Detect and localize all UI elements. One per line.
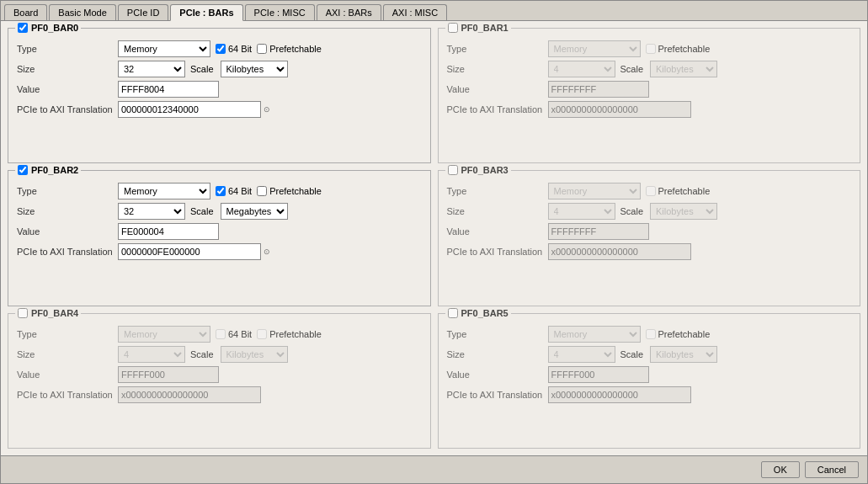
bar0-spin-icon[interactable]: ⊙	[264, 105, 270, 114]
bar3-size-controls: 4 Scale Kilobytes	[548, 203, 852, 220]
content-area: PF0_BAR0 Type Memory 64 Bit	[1, 21, 867, 455]
bar1-prefetchable-label: Prefetchable	[646, 44, 711, 54]
bar2-enable-checkbox[interactable]	[18, 165, 28, 175]
bar3-translation-row: PCIe to AXI Translation	[447, 243, 852, 260]
bar2-type-select[interactable]: Memory	[118, 183, 210, 199]
bar0-prefetchable-checkbox[interactable]	[257, 44, 267, 54]
bar3-translation-input[interactable]	[548, 243, 691, 260]
bar1-type-row: Type Memory Prefetchable	[447, 40, 852, 57]
bar1-translation-row: PCIe to AXI Translation	[447, 101, 852, 118]
bottom-bar: OK Cancel	[1, 455, 867, 483]
bar2-prefetchable-checkbox[interactable]	[257, 186, 267, 196]
bar5-translation-input[interactable]	[548, 386, 691, 403]
tab-pcie-id[interactable]: PCIe ID	[118, 4, 169, 20]
bar1-size-select[interactable]: 4	[548, 61, 615, 77]
bar0-scale-select[interactable]: Kilobytes Megabytes	[221, 61, 288, 77]
bar3-prefetchable-label: Prefetchable	[646, 186, 711, 196]
bar4-translation-label: PCIe to AXI Translation	[17, 390, 118, 400]
bar4-size-row: Size 4 Scale Kilobytes	[17, 346, 422, 363]
bar1-scale-select[interactable]: Kilobytes	[650, 61, 717, 77]
bar2-value-input[interactable]	[118, 223, 219, 240]
bar0-enable-checkbox[interactable]	[18, 23, 28, 33]
tab-pcie-bars[interactable]: PCIe : BARs	[170, 4, 242, 21]
bar2-size-select[interactable]: 32	[118, 203, 185, 220]
bar0-size-label: Size	[17, 64, 118, 74]
bar5-enable-checkbox[interactable]	[448, 308, 458, 318]
bar2-size-row: Size 32 Scale Megabytes Kilobytes	[17, 203, 422, 220]
bar1-legend: PF0_BAR1	[445, 23, 511, 33]
bar4-translation-input[interactable]	[118, 386, 261, 403]
bar0-value-row: Value	[17, 81, 422, 98]
bar4-scale-select[interactable]: Kilobytes	[221, 346, 288, 363]
bar2-translation-row: PCIe to AXI Translation ⊙	[17, 243, 422, 260]
bar4-type-select[interactable]: Memory	[118, 326, 210, 343]
bar1-prefetchable-checkbox[interactable]	[646, 44, 656, 54]
bar5-prefetchable-checkbox[interactable]	[646, 329, 656, 339]
bar0-64bit-checkbox[interactable]	[216, 44, 226, 54]
bar3-type-select[interactable]: Memory	[548, 183, 641, 199]
bar3-scale-select[interactable]: Kilobytes	[650, 203, 717, 220]
bar0-panel: PF0_BAR0 Type Memory 64 Bit	[8, 28, 431, 163]
bar4-prefetchable-checkbox[interactable]	[257, 329, 267, 339]
bar3-scale-label: Scale	[620, 206, 644, 216]
bar3-enable-checkbox[interactable]	[448, 165, 458, 175]
bar1-value-input[interactable]	[548, 81, 649, 98]
bar2-prefetchable-label: Prefetchable	[257, 186, 322, 196]
bar1-enable-checkbox[interactable]	[448, 23, 458, 33]
bar0-translation-row: PCIe to AXI Translation ⊙	[17, 101, 422, 118]
bar1-translation-input[interactable]	[548, 101, 691, 118]
bar0-legend: PF0_BAR0	[15, 23, 81, 33]
bar5-translation-row: PCIe to AXI Translation	[447, 386, 852, 403]
bar4-64bit-checkbox[interactable]	[216, 329, 226, 339]
bar3-value-input[interactable]	[548, 223, 649, 240]
bar1-value-row: Value	[447, 81, 852, 98]
bar2-spin-icon[interactable]: ⊙	[264, 247, 270, 256]
bar2-value-row: Value	[17, 223, 422, 240]
bar0-value-input[interactable]	[118, 81, 219, 98]
bar4-size-select[interactable]: 4	[118, 346, 185, 363]
cancel-button[interactable]: Cancel	[805, 461, 859, 478]
bar1-legend-label: PF0_BAR1	[461, 23, 509, 33]
bar0-type-label: Type	[17, 44, 118, 54]
ok-button[interactable]: OK	[761, 461, 800, 478]
bar2-translation-input[interactable]	[118, 243, 261, 260]
bar5-type-controls: Memory Prefetchable	[548, 326, 852, 343]
bar3-size-select[interactable]: 4	[548, 203, 615, 220]
bar5-scale-label: Scale	[620, 349, 644, 359]
tab-axi-bars[interactable]: AXI : BARs	[317, 4, 381, 20]
bar0-translation-input[interactable]	[118, 101, 261, 118]
bar1-type-select[interactable]: Memory	[548, 40, 641, 57]
tab-axi-misc[interactable]: AXI : MISC	[383, 4, 447, 20]
bar2-64bit-checkbox[interactable]	[216, 186, 226, 196]
bar1-translation-label: PCIe to AXI Translation	[447, 104, 548, 114]
bar4-translation-row: PCIe to AXI Translation	[17, 386, 422, 403]
bar4-value-input[interactable]	[118, 366, 219, 383]
bar0-prefetchable-label: Prefetchable	[257, 44, 322, 54]
bar5-type-label: Type	[447, 329, 548, 339]
bar0-64bit-label: 64 Bit	[216, 44, 252, 54]
bar1-type-controls: Memory Prefetchable	[548, 40, 852, 57]
bar5-prefetchable-label: Prefetchable	[646, 329, 711, 339]
bar5-size-select[interactable]: 4	[548, 346, 615, 363]
tab-board[interactable]: Board	[4, 4, 47, 20]
bar0-legend-label: PF0_BAR0	[31, 23, 78, 33]
bar2-scale-select[interactable]: Megabytes Kilobytes	[221, 203, 288, 220]
bar2-type-controls: Memory 64 Bit Prefetchable	[118, 183, 422, 199]
tab-pcie-misc[interactable]: PCIe : MISC	[245, 4, 315, 20]
bar3-value-row: Value	[447, 223, 852, 240]
bar4-enable-checkbox[interactable]	[18, 308, 28, 318]
bar1-scale-label: Scale	[620, 64, 644, 74]
bar5-scale-select[interactable]: Kilobytes	[650, 346, 717, 363]
bar0-type-controls: Memory 64 Bit Prefetchable	[118, 40, 422, 57]
bar5-value-input[interactable]	[548, 366, 649, 383]
bar0-size-select[interactable]: 32	[118, 61, 185, 77]
bar5-type-select[interactable]: Memory	[548, 326, 641, 343]
tab-basic-mode[interactable]: Basic Mode	[49, 4, 115, 20]
bar3-prefetchable-checkbox[interactable]	[646, 186, 656, 196]
bar4-legend-label: PF0_BAR4	[31, 308, 78, 318]
bar1-value-label: Value	[447, 84, 548, 94]
bar2-value-label: Value	[17, 226, 118, 237]
bar4-type-row: Type Memory 64 Bit Prefetchable	[17, 326, 422, 343]
bar0-type-select[interactable]: Memory	[118, 40, 210, 57]
bar0-size-controls: 32 Scale Kilobytes Megabytes	[118, 61, 422, 77]
